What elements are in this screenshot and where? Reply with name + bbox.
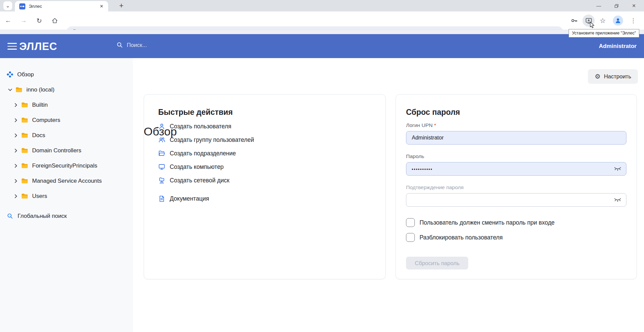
action-create-user[interactable]: Создать пользователя: [158, 120, 371, 133]
tree-item-label: ForeignSecurityPrincipals: [32, 162, 97, 169]
folder-icon: [21, 178, 28, 184]
browser-toolbar: ← → ↻ ⓘ http://localhost:5173: [0, 11, 644, 30]
browser-menu-button[interactable]: ⋮: [627, 15, 639, 27]
action-label: Создать компьютер: [170, 163, 224, 171]
eye-off-icon[interactable]: [614, 166, 621, 172]
close-window-button[interactable]: ✕: [625, 0, 643, 11]
app-favicon-icon: [19, 3, 25, 9]
password-reset-card: Сброс пароля Логин UPN * Administrator П…: [396, 94, 637, 279]
create-network-drive-icon: [158, 177, 165, 184]
gear-icon: ⚙: [595, 73, 600, 80]
tree-item-builtin[interactable]: Builtin: [0, 97, 133, 112]
action-label: Документация: [170, 195, 209, 202]
password-reset-title: Сброс пароля: [406, 107, 626, 117]
reset-password-button[interactable]: Сбросить пароль: [406, 257, 468, 270]
main-content: ⚙ Настроить Быстрые действия Создать пол…: [133, 58, 644, 332]
configure-button-label: Настроить: [604, 73, 631, 80]
tree-root-inno[interactable]: inno (local): [0, 82, 133, 97]
login-upn-input[interactable]: Administrator: [406, 131, 626, 145]
chevron-right-icon[interactable]: [14, 118, 18, 123]
action-create-network-drive[interactable]: Создать сетевой диск: [158, 174, 371, 187]
folder-icon: [21, 117, 28, 123]
hamburger-menu-button[interactable]: [7, 42, 17, 50]
folder-icon: [21, 163, 28, 169]
folder-icon: [21, 193, 28, 199]
window-controls: — ✕: [590, 0, 643, 11]
password-manager-button[interactable]: [568, 15, 580, 27]
tree-item-label: Computers: [32, 117, 60, 124]
page-title: Обзор: [144, 125, 177, 138]
new-tab-button[interactable]: +: [116, 1, 126, 11]
chevron-right-icon[interactable]: [14, 179, 18, 183]
maximize-button[interactable]: [607, 0, 625, 11]
browser-window: ⌄ Эллес ✕ + — ✕ ← → ↻: [0, 0, 644, 332]
profile-button[interactable]: [613, 16, 623, 26]
tab-close-icon[interactable]: ✕: [98, 3, 105, 9]
document-icon: [158, 195, 165, 202]
required-asterisk: *: [434, 122, 436, 128]
create-org-unit-icon: [158, 150, 165, 157]
tree-item-foreign-security-principals[interactable]: ForeignSecurityPrincipals: [0, 158, 133, 173]
chevron-right-icon[interactable]: [14, 163, 18, 168]
person-icon: [615, 17, 621, 24]
login-upn-value: Administrator: [412, 135, 444, 141]
password-masked-value: ••••••••••: [412, 167, 433, 172]
sidebar: Обзор inno (local): [0, 58, 133, 332]
unlock-user-checkbox-row: Разблокировать пользователя: [406, 233, 626, 242]
tree-item-domain-controllers[interactable]: Domain Controllers: [0, 143, 133, 158]
header-search[interactable]: [116, 42, 208, 48]
key-icon: [571, 17, 578, 24]
chevron-right-icon[interactable]: [14, 194, 18, 199]
search-icon: [7, 213, 13, 219]
sidebar-item-overview[interactable]: Обзор: [0, 67, 133, 82]
global-search-label: Глобальный поиск: [18, 213, 67, 220]
action-label: Создать пользователя: [170, 123, 231, 130]
login-upn-label: Логин UPN *: [406, 122, 626, 128]
forward-button[interactable]: →: [18, 15, 30, 27]
eye-off-icon[interactable]: [614, 197, 621, 203]
action-documentation[interactable]: Документация: [158, 192, 371, 205]
install-tooltip: Установите приложение "Эллес": [569, 29, 639, 37]
tree-item-docs[interactable]: Docs: [0, 128, 133, 143]
header-search-input[interactable]: [127, 42, 208, 48]
reload-button[interactable]: ↻: [33, 15, 45, 27]
chevron-right-icon[interactable]: [14, 133, 18, 138]
three-dots-icon: ⋮: [630, 17, 636, 24]
tree-item-label: Builtin: [32, 102, 48, 108]
home-button[interactable]: [49, 15, 61, 27]
unlock-user-checkbox[interactable]: [406, 233, 415, 242]
change-password-checkbox[interactable]: [406, 218, 415, 227]
minimize-button[interactable]: —: [590, 0, 607, 11]
tree-item-label: Managed Service Accounts: [32, 178, 102, 184]
quick-actions-title: Быстрые действия: [158, 107, 371, 117]
action-create-org-unit[interactable]: Создать подразделение: [158, 147, 371, 160]
password-label: Пароль: [406, 153, 626, 159]
mouse-cursor: [590, 22, 595, 29]
tree-root-label: inno (local): [26, 86, 54, 93]
app-logo: ЭЛЛЕС: [19, 41, 57, 53]
configure-button[interactable]: ⚙ Настроить: [588, 69, 638, 84]
home-icon: [51, 17, 58, 24]
toolbar-lower-band: [0, 30, 644, 34]
password-input[interactable]: ••••••••••: [406, 162, 626, 176]
tree-item-label: Users: [32, 193, 47, 200]
tree-item-computers[interactable]: Computers: [0, 112, 133, 128]
chevron-down-icon[interactable]: [8, 87, 13, 92]
tree-item-users[interactable]: Users: [0, 188, 133, 204]
quick-actions-card: Быстрые действия Создать пользователя: [144, 94, 386, 279]
sidebar-overview-label: Обзор: [17, 71, 34, 78]
back-button[interactable]: ←: [2, 15, 14, 27]
confirm-password-input[interactable]: [406, 193, 626, 207]
search-icon: [116, 42, 123, 48]
tab-search-button[interactable]: ⌄: [3, 1, 12, 10]
browser-tab[interactable]: Эллес ✕: [15, 1, 108, 11]
action-create-group[interactable]: Создать группу пользователей: [158, 133, 371, 147]
change-password-checkbox-row: Пользователь должен сменить пароль при в…: [406, 218, 626, 227]
tree-item-managed-service-accounts[interactable]: Managed Service Accounts: [0, 173, 133, 188]
sidebar-item-global-search[interactable]: Глобальный поиск: [0, 208, 133, 224]
chevron-right-icon[interactable]: [14, 148, 18, 153]
current-user-label[interactable]: Administrator: [599, 43, 637, 50]
action-create-computer[interactable]: Создать компьютер: [158, 160, 371, 174]
chevron-right-icon[interactable]: [14, 103, 18, 107]
bookmark-button[interactable]: ☆: [597, 15, 609, 27]
